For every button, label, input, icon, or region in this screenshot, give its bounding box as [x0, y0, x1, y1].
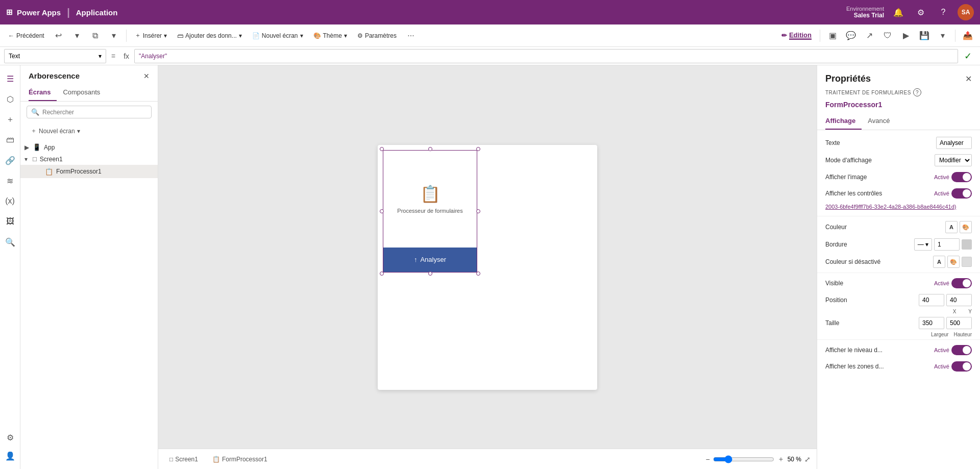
form-button[interactable]: ↑ Analyser: [383, 248, 477, 272]
publish-button[interactable]: 📤: [960, 28, 976, 44]
prop-disabled-fill-btn[interactable]: 🎨: [947, 256, 960, 268]
add-data-button[interactable]: 🗃 Ajouter des donn... ▾: [173, 28, 246, 44]
prop-link[interactable]: 2003-6bfe4f9fff7b6-33e2-4a28-a386-b8ae84…: [817, 202, 980, 214]
prop-couleur-text-btn[interactable]: A: [945, 221, 958, 233]
tree-item-formprocessor1[interactable]: 📋 FormProcessor1 ···: [20, 165, 158, 178]
prop-zones-toggle[interactable]: [951, 361, 972, 372]
prop-bordure-style[interactable]: — ▾: [914, 238, 932, 251]
tree-item-screen1[interactable]: ▾ □ Screen1: [20, 153, 158, 165]
settings-bottom-icon[interactable]: ⚙: [1, 428, 19, 447]
save-button[interactable]: 💾: [916, 28, 933, 44]
tab-components[interactable]: Composants: [63, 84, 106, 101]
separator: |: [67, 7, 70, 18]
help-icon[interactable]: ?: [935, 4, 951, 20]
flow-icon[interactable]: ≋: [1, 171, 19, 190]
add-icon[interactable]: ＋: [1, 110, 19, 129]
formula-input[interactable]: [134, 49, 958, 63]
prop-disabled-color-swatch[interactable]: [962, 257, 972, 267]
new-screen-button[interactable]: 📄 Nouvel écran ▾: [248, 28, 307, 44]
grid-icon: ⊞: [6, 8, 13, 17]
props-help-icon[interactable]: ?: [913, 88, 921, 96]
prop-image-label: Afficher l'image: [825, 174, 931, 181]
zoom-slider[interactable]: [713, 455, 774, 463]
form-tab[interactable]: 📋 FormProcessor1: [207, 453, 273, 466]
prop-mode-select[interactable]: Modifier Afficher: [935, 154, 972, 166]
undo-dropdown[interactable]: ▾: [69, 28, 85, 44]
new-screen-icon: 📄: [252, 32, 260, 39]
copy-button[interactable]: ⧉: [87, 28, 104, 44]
env-label: Environnement: [846, 6, 884, 12]
layers-icon[interactable]: ⬡: [1, 90, 19, 108]
save-dropdown[interactable]: ▾: [935, 28, 951, 44]
account-icon[interactable]: 👤: [1, 447, 19, 465]
tree-close-button[interactable]: ✕: [143, 72, 150, 80]
data-icon[interactable]: 🗃: [1, 131, 19, 149]
avatar[interactable]: SA: [958, 4, 974, 20]
toolbar: ← Précédent ↩ ▾ ⧉ ▾ ＋ Insérer ▾ 🗃 Ajoute…: [0, 24, 980, 47]
tree-icon[interactable]: ☰: [1, 69, 19, 88]
search-icon[interactable]: 🔍: [1, 233, 19, 251]
edition-button[interactable]: ✏ Edition: [777, 28, 816, 44]
prop-image-toggle[interactable]: [951, 172, 972, 182]
tree-items: ▶ 📱 App ▾ □ Screen1 📋 FormProcessor1 ···: [20, 139, 158, 469]
fx-button[interactable]: fx: [120, 52, 132, 60]
prop-position-x[interactable]: [919, 294, 944, 306]
connect-icon[interactable]: 🔗: [1, 151, 19, 169]
width-label: Largeur: [931, 332, 948, 337]
media-icon[interactable]: 🖼: [1, 212, 19, 231]
share-button[interactable]: ↗: [861, 28, 877, 44]
paste-dropdown[interactable]: ▾: [106, 28, 122, 44]
params-button[interactable]: ⚙ Paramètres: [353, 28, 401, 44]
prop-bordure-width[interactable]: [934, 238, 960, 251]
comment-button[interactable]: 💬: [843, 28, 859, 44]
insert-button[interactable]: ＋ Insérer ▾: [131, 28, 171, 44]
app-logo[interactable]: ⊞ Power Apps | Application: [6, 7, 117, 18]
zoom-out-button[interactable]: −: [705, 455, 709, 463]
tab-affichage[interactable]: Affichage: [825, 113, 862, 130]
app-checker-button[interactable]: 🛡: [879, 28, 896, 44]
prop-controls-toggle[interactable]: [951, 188, 972, 199]
prop-taille-width[interactable]: [919, 317, 944, 329]
separator1: [126, 30, 127, 42]
expand-icon-app: ▶: [24, 144, 33, 151]
form-component-label: Processeur de formulaires: [397, 208, 462, 214]
form-component[interactable]: 📋 Processeur de formulaires ↑ Analyser: [383, 150, 477, 273]
undo-button[interactable]: ↩: [51, 28, 67, 44]
zoom-in-button[interactable]: ＋: [777, 455, 785, 464]
notification-icon[interactable]: 🔔: [890, 4, 906, 20]
prop-visible-toggle[interactable]: [951, 278, 972, 288]
tab-screens[interactable]: Écrans: [29, 84, 57, 101]
back-button[interactable]: ← Précédent: [4, 28, 48, 44]
prop-couleur-fill-btn[interactable]: 🎨: [960, 221, 972, 233]
prop-niveau-toggle[interactable]: [951, 345, 972, 355]
screen-tab[interactable]: □ Screen1: [164, 453, 203, 466]
prop-taille-height[interactable]: [946, 317, 972, 329]
edit-icon: ✏: [781, 32, 787, 39]
search-input[interactable]: [42, 109, 147, 116]
button-icon: ↑: [414, 256, 418, 263]
prop-controls-toggle-label: Activé: [934, 190, 949, 196]
prop-bordure-color[interactable]: [962, 239, 972, 250]
preview-button[interactable]: ▶: [898, 28, 914, 44]
prop-position-y[interactable]: [946, 294, 972, 306]
screen-view-button[interactable]: ▣: [824, 28, 841, 44]
new-screen-tree-button[interactable]: ＋ Nouvel écran ▾: [27, 125, 84, 137]
more-button[interactable]: ···: [403, 28, 419, 44]
theme-button[interactable]: 🎨 Thème ▾: [309, 28, 351, 44]
y-label: Y: [968, 309, 972, 314]
field-selector[interactable]: Text ▾: [4, 49, 106, 63]
confirm-icon[interactable]: ✓: [960, 51, 976, 62]
prop-disabled-text-btn[interactable]: A: [933, 256, 945, 268]
settings-icon[interactable]: ⚙: [913, 4, 929, 20]
prop-controls-label: Afficher les contrôles: [825, 190, 931, 197]
prop-divider3: [817, 339, 980, 340]
app-title: Application: [76, 8, 118, 17]
prop-texte-input[interactable]: [936, 137, 972, 149]
props-close-button[interactable]: ✕: [965, 74, 972, 84]
edition-label: Edition: [789, 31, 812, 40]
fullscreen-button[interactable]: ⤢: [804, 455, 811, 463]
tree-item-app[interactable]: ▶ 📱 App: [20, 141, 158, 153]
tab-avance[interactable]: Avancé: [868, 113, 896, 130]
top-bar-right: Environnement Sales Trial 🔔 ⚙ ? SA: [846, 4, 974, 20]
variable-icon[interactable]: (x): [1, 192, 19, 210]
